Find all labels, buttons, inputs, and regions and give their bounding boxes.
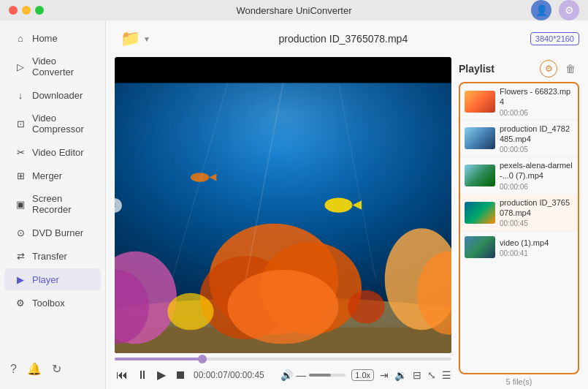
playlist-name-2: production ID_4782485.mp4 bbox=[500, 124, 573, 145]
sidebar-label-merger: Merger bbox=[32, 170, 62, 181]
close-button[interactable] bbox=[9, 6, 18, 15]
downloader-icon: ↓ bbox=[15, 89, 26, 101]
sidebar-label-player: Player bbox=[32, 274, 59, 285]
playlist-items: Flowers - 66823.mp4 00:00:06 production … bbox=[459, 82, 579, 374]
maximize-button[interactable] bbox=[35, 6, 44, 15]
total-time: 00:00:45 bbox=[230, 370, 264, 380]
playlist-thumb-4 bbox=[465, 202, 495, 224]
playlist-info-2: production ID_4782485.mp4 00:00:05 bbox=[500, 124, 573, 154]
sidebar-label-home: Home bbox=[32, 33, 58, 44]
resolution-badge: 3840*2160 bbox=[530, 32, 579, 45]
prev-button[interactable]: ⏮ bbox=[115, 367, 129, 383]
svg-point-8 bbox=[228, 270, 339, 344]
skip-icon[interactable]: ⇥ bbox=[380, 369, 389, 381]
playlist-info-4: production ID_3765078.mp4 00:00:45 bbox=[500, 197, 573, 228]
svg-point-14 bbox=[348, 290, 385, 324]
sidebar-item-video-converter[interactable]: ▷ Video Converter bbox=[4, 50, 101, 83]
play-button[interactable]: ▶ bbox=[156, 366, 167, 383]
user-icon[interactable]: 👤 bbox=[531, 0, 551, 20]
playlist-item-4[interactable]: production ID_3765078.mp4 00:00:45 bbox=[460, 194, 578, 232]
playlist-duration-4: 00:00:45 bbox=[500, 219, 573, 227]
dropdown-arrow-icon: ▼ bbox=[143, 35, 150, 43]
player-icon: ▶ bbox=[15, 273, 26, 285]
playlist-settings-button[interactable]: ⚙ bbox=[540, 60, 557, 78]
main-layout: ⌂ Home ▷ Video Converter ↓ Downloader ⊡ … bbox=[0, 20, 588, 389]
sidebar-label-downloader: Downloader bbox=[32, 90, 83, 101]
playlist-thumb-3 bbox=[465, 165, 495, 186]
current-time: 00:00:07 bbox=[194, 370, 228, 380]
sidebar-label-video-converter: Video Converter bbox=[32, 56, 91, 78]
merger-icon: ⊞ bbox=[15, 170, 26, 181]
volume-fill bbox=[309, 374, 331, 377]
titlebar-icons: 👤 ⚙ bbox=[531, 0, 579, 20]
sidebar-label-video-compressor: Video Compressor bbox=[32, 113, 91, 135]
playlist-thumb-1 bbox=[465, 91, 495, 113]
controls-bar: ⏮ ⏸ ▶ ⏹ 00:00:07/00:00:45 🔊 — bbox=[115, 363, 451, 389]
add-file-button[interactable]: 📁 ▼ bbox=[115, 26, 156, 51]
sidebar-item-dvd-burner[interactable]: ⊙ DVD Burner bbox=[4, 222, 101, 243]
svg-point-15 bbox=[324, 197, 352, 212]
sidebar-item-downloader[interactable]: ↓ Downloader bbox=[4, 84, 101, 106]
progress-fill bbox=[115, 358, 202, 360]
file-count: 5 file(s) bbox=[505, 377, 532, 386]
playlist-info-3: pexels-alena-darmel-...0 (7).mp4 00:00:0… bbox=[500, 160, 573, 191]
volume-icon[interactable]: 🔊 bbox=[280, 369, 293, 381]
minimize-button[interactable] bbox=[22, 6, 31, 15]
playlist-thumb-2 bbox=[465, 127, 495, 149]
titlebar: Wondershare UniConverter 👤 ⚙ bbox=[0, 0, 588, 20]
playlist-duration-5: 00:00:41 bbox=[500, 249, 573, 257]
sidebar-item-home[interactable]: ⌂ Home bbox=[4, 27, 101, 49]
video-player: ‹ ⏮ ⏸ ▶ ⏹ 00:00:07/00:00:45 bbox=[115, 57, 451, 389]
playlist-item-1[interactable]: Flowers - 66823.mp4 00:00:06 bbox=[460, 83, 578, 121]
playlist-duration-2: 00:00:05 bbox=[500, 146, 573, 154]
sidebar-item-video-compressor[interactable]: ⊡ Video Compressor bbox=[4, 107, 101, 140]
sidebar-label-screen-recorder: Screen Recorder bbox=[32, 193, 91, 215]
playlist-item-5[interactable]: video (1).mp4 00:00:41 bbox=[460, 231, 578, 263]
add-file-icon: 📁 bbox=[121, 29, 140, 48]
top-toolbar: 📁 ▼ production ID_3765078.mp4 3840*2160 bbox=[106, 20, 588, 57]
speed-badge[interactable]: 1.0x bbox=[351, 369, 374, 381]
sidebar-item-toolbox[interactable]: ⚙ Toolbox bbox=[4, 292, 101, 314]
playlist-footer: 5 file(s) bbox=[459, 374, 579, 389]
sidebar-item-transfer[interactable]: ⇄ Transfer bbox=[4, 245, 101, 267]
playlist-name-5: video (1).mp4 bbox=[500, 238, 573, 248]
playlist-info-1: Flowers - 66823.mp4 00:00:06 bbox=[500, 86, 573, 117]
aspect-ratio-icon[interactable]: ⤡ bbox=[427, 369, 436, 381]
playlist-header: Playlist ⚙ 🗑 bbox=[459, 57, 579, 82]
progress-track[interactable] bbox=[115, 358, 451, 360]
sidebar-item-player[interactable]: ▶ Player bbox=[4, 268, 101, 290]
video-converter-icon: ▷ bbox=[15, 61, 26, 72]
sidebar-label-video-editor: Video Editor bbox=[32, 147, 84, 158]
progress-thumb[interactable] bbox=[198, 355, 207, 363]
content-area: 📁 ▼ production ID_3765078.mp4 3840*2160 bbox=[106, 20, 588, 389]
playlist-duration-1: 00:00:06 bbox=[500, 109, 573, 117]
volume-slider[interactable] bbox=[309, 374, 345, 377]
playlist-name-4: production ID_3765078.mp4 bbox=[500, 197, 573, 219]
playlist-icon[interactable]: ☰ bbox=[442, 369, 451, 381]
playlist-delete-button[interactable]: 🗑 bbox=[562, 60, 579, 78]
dvd-burner-icon: ⊙ bbox=[15, 227, 26, 238]
help-icon[interactable]: ? bbox=[10, 363, 17, 376]
playlist-name-3: pexels-alena-darmel-...0 (7).mp4 bbox=[500, 160, 573, 181]
pause-button[interactable]: ⏸ bbox=[135, 367, 150, 383]
time-display: 00:00:07/00:00:45 bbox=[194, 370, 264, 380]
video-editor-icon: ✂ bbox=[15, 146, 26, 158]
progress-container bbox=[115, 353, 451, 363]
sidebar-item-merger[interactable]: ⊞ Merger bbox=[4, 165, 101, 186]
svg-rect-2 bbox=[115, 57, 451, 83]
sidebar-item-screen-recorder[interactable]: ▣ Screen Recorder bbox=[4, 188, 101, 220]
app-title: Wondershare UniConverter bbox=[237, 5, 352, 16]
video-frame[interactable]: ‹ bbox=[115, 57, 451, 353]
notification-icon[interactable]: 🔔 bbox=[27, 362, 42, 376]
playlist-item-3[interactable]: pexels-alena-darmel-...0 (7).mp4 00:00:0… bbox=[460, 157, 578, 194]
subtitles-icon[interactable]: ⊟ bbox=[413, 369, 421, 381]
playlist-info-5: video (1).mp4 00:00:41 bbox=[500, 238, 573, 257]
refresh-icon[interactable]: ↻ bbox=[52, 362, 61, 376]
playlist-item-2[interactable]: production ID_4782485.mp4 00:00:05 bbox=[460, 121, 578, 158]
sidebar-label-transfer: Transfer bbox=[32, 251, 67, 262]
sidebar-item-video-editor[interactable]: ✂ Video Editor bbox=[4, 141, 101, 163]
stop-button[interactable]: ⏹ bbox=[173, 367, 188, 383]
audio-tracks-icon[interactable]: 🔉 bbox=[394, 369, 407, 381]
toolbox-icon: ⚙ bbox=[15, 297, 26, 309]
settings-icon[interactable]: ⚙ bbox=[559, 0, 579, 20]
